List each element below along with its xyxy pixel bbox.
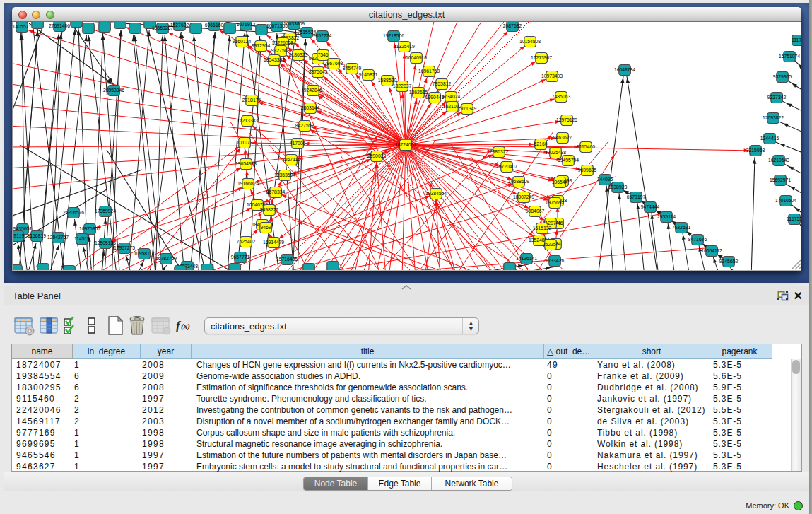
svg-text:19384554: 19384554 [425,191,447,196]
svg-text:27691406: 27691406 [49,23,70,28]
svg-text:252254: 252254 [543,242,559,247]
svg-text:114519: 114519 [74,236,90,241]
svg-text:3215958: 3215958 [746,148,765,153]
svg-text:7386322: 7386322 [490,149,509,154]
svg-text:2803144: 2803144 [301,105,320,110]
svg-text:116753: 116753 [787,216,801,221]
svg-text:19495794: 19495794 [558,158,579,163]
svg-text:14136141: 14136141 [516,256,537,261]
svg-text:10025438: 10025438 [545,150,566,155]
svg-text:9160124: 9160124 [233,39,252,44]
svg-text:12093822: 12093822 [763,115,784,120]
svg-text:8427552: 8427552 [295,123,314,128]
svg-text:1975692: 1975692 [546,200,565,205]
svg-text:1615132: 1615132 [533,226,552,230]
svg-text:17957275: 17957275 [114,245,135,250]
svg-text:3875645: 3875645 [309,69,328,74]
svg-text:16782759: 16782759 [155,256,177,261]
svg-text:11178: 11178 [792,37,801,42]
svg-text:15716485: 15716485 [276,257,298,262]
svg-text:8498222: 8498222 [260,207,279,212]
svg-text:8938923: 8938923 [608,185,628,189]
svg-text:1971349: 1971349 [458,106,477,111]
svg-text:8912954: 8912954 [252,43,271,48]
svg-text:8186323: 8186323 [289,52,308,57]
svg-text:16961758: 16961758 [418,69,440,74]
svg-text:9699695: 9699695 [578,168,597,173]
svg-text:3267110: 3267110 [282,157,300,162]
svg-text:9115460: 9115460 [577,144,595,149]
svg-text:7632621: 7632621 [672,225,691,230]
svg-text:9734024: 9734024 [442,94,461,99]
svg-text:10973493: 10973493 [541,74,563,78]
svg-text:12942757: 12942757 [47,235,69,240]
svg-text:26206576: 26206576 [63,210,84,215]
svg-text:9329965: 9329965 [773,74,792,79]
svg-text:62160: 62160 [534,141,548,146]
svg-text:1588520: 1588520 [378,78,397,83]
svg-text:10154808: 10154808 [519,39,541,44]
svg-text:144095: 144095 [597,177,613,182]
svg-text:12213967: 12213967 [531,55,552,60]
svg-text:26953346: 26953346 [103,88,124,93]
svg-text:15720407: 15720407 [496,164,517,169]
svg-text:9084067: 9084067 [526,209,545,214]
svg-text:9245652: 9245652 [719,259,739,264]
svg-text:7625402: 7625402 [237,239,256,244]
svg-text:15692971: 15692971 [770,177,791,182]
svg-text:9227342: 9227342 [767,95,787,100]
svg-text:10958117: 10958117 [134,251,155,256]
svg-text:19166825: 19166825 [237,181,259,186]
svg-text:15751074: 15751074 [779,54,800,59]
svg-text:101073: 101073 [237,140,253,145]
svg-text:2967608: 2967608 [324,61,343,66]
svg-text:9146821: 9146821 [359,72,378,77]
svg-text:12213383: 12213383 [237,118,258,123]
svg-text:9327503: 9327503 [271,48,290,53]
svg-text:1156819: 1156819 [28,233,46,238]
svg-text:8454749: 8454749 [343,66,362,71]
svg-text:8678334: 8678334 [266,189,286,194]
svg-text:10654112: 10654112 [701,248,722,253]
svg-text:16914479: 16914479 [263,240,284,245]
svg-text:53226058: 53226058 [272,40,293,45]
svg-text:6966160: 6966160 [205,23,224,28]
svg-text:(x): (x) [181,322,190,331]
svg-text:1405571: 1405571 [13,24,31,29]
svg-text:2935114: 2935114 [657,214,676,219]
svg-text:17010504: 17010504 [775,198,796,203]
svg-text:19654983: 19654983 [235,161,257,166]
svg-text:6579197: 6579197 [627,194,646,199]
svg-text:16210643: 16210643 [768,158,789,163]
svg-text:7955812: 7955812 [433,81,452,86]
svg-text:417006: 417006 [290,141,306,146]
svg-text:9657771: 9657771 [231,255,250,259]
svg-text:9463627: 9463627 [553,135,572,140]
svg-text:18724007: 18724007 [395,142,416,147]
svg-text:17359924: 17359924 [95,209,116,214]
svg-text:18907249: 18907249 [513,194,534,199]
svg-text:16640910: 16640910 [406,55,427,60]
svg-text:8471676: 8471676 [688,237,707,242]
svg-text:16648784: 16648784 [614,67,635,72]
svg-text:7857224: 7857224 [313,33,332,38]
svg-text:1362615: 1362615 [409,90,428,95]
svg-text:39119: 39119 [13,233,24,238]
svg-text:1071913: 1071913 [237,22,256,27]
svg-text:10975857: 10975857 [79,226,100,231]
svg-text:9242845: 9242845 [304,88,323,93]
svg-text:1822037: 1822037 [393,83,412,88]
svg-text:7485063: 7485063 [552,94,571,99]
svg-text:19218506: 19218506 [383,33,404,38]
svg-text:196544: 196544 [552,180,568,185]
svg-text:2087682: 2087682 [503,23,522,28]
svg-text:1244415: 1244415 [760,136,779,141]
svg-text:2718176: 2718176 [242,98,261,103]
svg-text:12505135: 12505135 [95,240,116,245]
svg-text:16033809: 16033809 [283,22,305,26]
svg-text:9469: 9469 [260,225,271,230]
svg-text:1527602: 1527602 [170,23,189,28]
svg-text:9474444: 9474444 [641,204,660,209]
svg-text:10688609: 10688609 [508,179,529,184]
svg-text:7546: 7546 [317,52,328,57]
